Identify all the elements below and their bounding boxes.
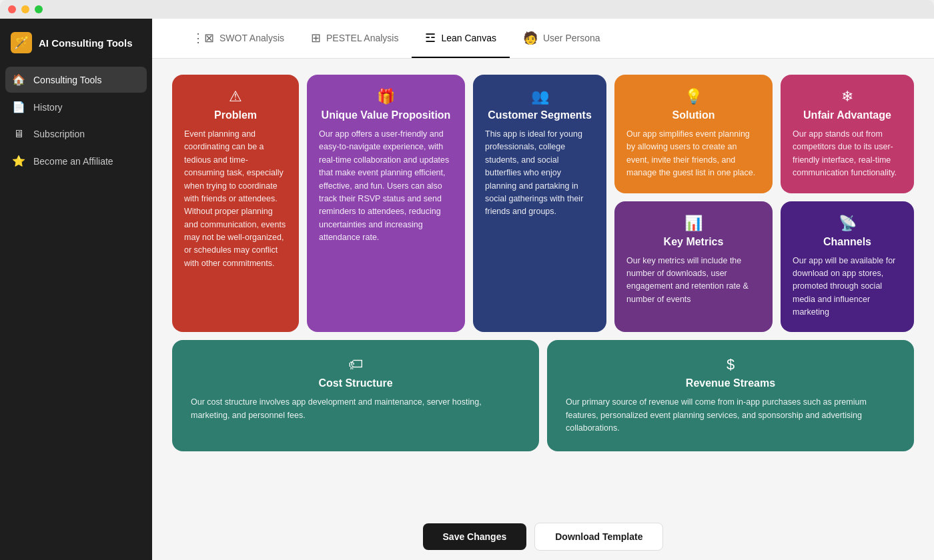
card-unfair[interactable]: ❄ Unfair Advantage Our app stands out fr…	[781, 75, 914, 193]
tab-label: PESTEL Analysis	[326, 33, 398, 43]
revenue-header: $ Revenue Streams	[566, 356, 895, 389]
cost-body: Our cost structure involves app developm…	[191, 396, 520, 422]
metrics-title: Key Metrics	[664, 236, 724, 248]
uvp-title: Unique Value Proposition	[322, 109, 451, 121]
top-grid: ⚠ Problem Event planning and coordinatin…	[172, 75, 914, 332]
pestel-icon: ⊞	[311, 31, 321, 45]
card-customer[interactable]: 👥 Customer Segments This app is ideal fo…	[473, 75, 606, 332]
app-title: AI Consulting Tools	[39, 37, 133, 49]
problem-body: Event planning and coordinating can be a…	[184, 128, 287, 270]
revenue-icon: $	[727, 356, 735, 373]
sidebar-item-label: Subscription	[33, 129, 85, 139]
sidebar-item-history[interactable]: 📄 History	[5, 94, 147, 120]
tab-pestel[interactable]: ⊞ PESTEL Analysis	[298, 19, 412, 58]
channels-title: Channels	[823, 236, 871, 248]
tab-lean-canvas[interactable]: ☲ Lean Canvas	[412, 19, 510, 58]
channels-icon: 📡	[839, 215, 857, 232]
bottom-grid: 🏷 Cost Structure Our cost structure invo…	[172, 340, 914, 451]
problem-title: Problem	[214, 109, 257, 121]
tab-user-persona[interactable]: 🧑 User Persona	[510, 19, 614, 58]
sidebar-item-affiliate[interactable]: ⭐ Become an Affiliate	[5, 148, 147, 174]
solution-header: 💡 Solution	[626, 88, 761, 121]
tab-bar: ⋮⊠ SWOT Analysis ⊞ PESTEL Analysis ☲ Lea…	[152, 19, 934, 59]
subscription-icon: 🖥	[12, 128, 25, 140]
metrics-body: Our key metrics will include the number …	[626, 255, 761, 307]
solution-body: Our app simplifies event planning by all…	[626, 128, 761, 180]
lean-canvas-icon: ☲	[425, 31, 436, 45]
problem-icon: ⚠	[229, 88, 242, 105]
main-content: ⋮⊠ SWOT Analysis ⊞ PESTEL Analysis ☲ Lea…	[152, 19, 934, 560]
logo-icon: 🪄	[11, 32, 32, 53]
card-metrics[interactable]: 📊 Key Metrics Our key metrics will inclu…	[614, 201, 773, 333]
download-button[interactable]: Download Template	[534, 523, 663, 551]
channels-header: 📡 Channels	[793, 215, 902, 248]
close-button[interactable]	[8, 5, 16, 13]
swot-icon: ⋮⊠	[192, 31, 214, 45]
consulting-tools-icon: 🏠	[12, 73, 25, 86]
unfair-header: ❄ Unfair Advantage	[793, 88, 902, 121]
minimize-button[interactable]	[21, 5, 29, 13]
metrics-header: 📊 Key Metrics	[626, 215, 761, 248]
solution-title: Solution	[672, 109, 715, 121]
card-uvp[interactable]: 🎁 Unique Value Proposition Our app offer…	[307, 75, 465, 332]
sidebar-item-label: Become an Affiliate	[33, 156, 113, 167]
tab-label: SWOT Analysis	[219, 33, 284, 43]
customer-icon: 👥	[531, 88, 549, 105]
sidebar: 🪄 AI Consulting Tools 🏠 Consulting Tools…	[0, 19, 152, 560]
card-problem[interactable]: ⚠ Problem Event planning and coordinatin…	[172, 75, 299, 332]
tab-label: User Persona	[543, 33, 600, 43]
sidebar-item-subscription[interactable]: 🖥 Subscription	[5, 121, 147, 147]
uvp-body: Our app offers a user-friendly and easy-…	[319, 128, 453, 244]
cost-header: 🏷 Cost Structure	[191, 356, 520, 389]
sidebar-nav: 🏠 Consulting Tools 📄 History 🖥 Subscript…	[0, 67, 152, 174]
save-button[interactable]: Save Changes	[423, 523, 527, 550]
unfair-icon: ❄	[841, 88, 853, 105]
sidebar-item-consulting-tools[interactable]: 🏠 Consulting Tools	[5, 67, 147, 93]
tab-label: Lean Canvas	[441, 33, 496, 43]
cost-icon: 🏷	[348, 356, 363, 373]
customer-header: 👥 Customer Segments	[485, 88, 594, 121]
card-channels[interactable]: 📡 Channels Our app will be available for…	[781, 201, 914, 333]
revenue-title: Revenue Streams	[686, 377, 775, 389]
card-solution[interactable]: 💡 Solution Our app simplifies event plan…	[614, 75, 773, 193]
revenue-body: Our primary source of revenue will come …	[566, 396, 895, 435]
canvas-area: ⚠ Problem Event planning and coordinatin…	[152, 59, 934, 515]
solution-icon: 💡	[684, 88, 703, 105]
customer-title: Customer Segments	[488, 109, 592, 121]
sidebar-logo: 🪄 AI Consulting Tools	[0, 19, 152, 67]
user-persona-icon: 🧑	[523, 31, 538, 45]
uvp-icon: 🎁	[377, 88, 395, 105]
history-icon: 📄	[12, 101, 25, 113]
sidebar-item-label: History	[33, 102, 63, 113]
customer-body: This app is ideal for young professional…	[485, 128, 594, 219]
tab-swot[interactable]: ⋮⊠ SWOT Analysis	[179, 19, 298, 58]
app-container: 🪄 AI Consulting Tools 🏠 Consulting Tools…	[0, 19, 934, 560]
unfair-body: Our app stands out from competitors due …	[793, 128, 902, 180]
unfair-title: Unfair Advantage	[803, 109, 891, 121]
affiliate-icon: ⭐	[12, 155, 25, 167]
maximize-button[interactable]	[35, 5, 43, 13]
uvp-header: 🎁 Unique Value Proposition	[319, 88, 453, 121]
window-chrome	[0, 0, 934, 19]
channels-body: Our app will be available for download o…	[793, 255, 902, 319]
card-cost[interactable]: 🏷 Cost Structure Our cost structure invo…	[172, 340, 539, 451]
metrics-icon: 📊	[684, 215, 703, 232]
sidebar-item-label: Consulting Tools	[33, 75, 101, 85]
footer-bar: Save Changes Download Template	[152, 515, 934, 560]
problem-header: ⚠ Problem	[184, 88, 287, 121]
card-revenue[interactable]: $ Revenue Streams Our primary source of …	[547, 340, 914, 451]
cost-title: Cost Structure	[318, 377, 392, 389]
